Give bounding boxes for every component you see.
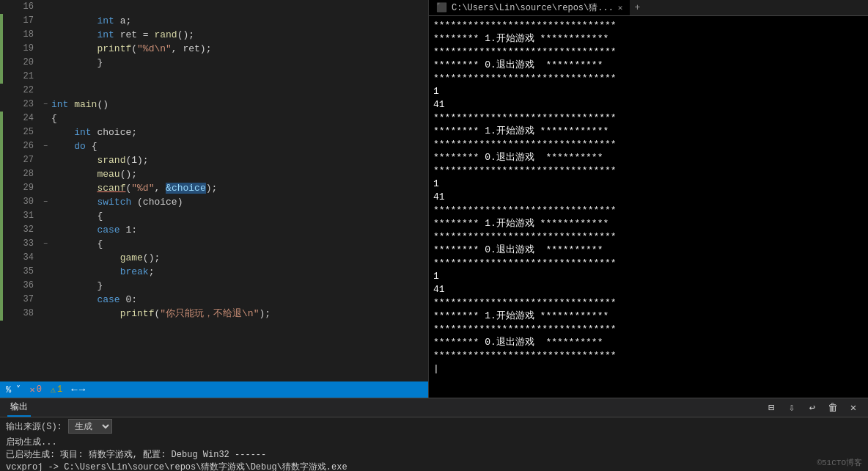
terminal-line: ******** 1.开始游戏 ************ [433, 217, 864, 230]
terminal-line: ******** 1.开始游戏 ************ [433, 310, 864, 323]
fold-cell [40, 153, 51, 167]
filter-icon[interactable]: ⊟ [764, 401, 779, 415]
code-line-38: printf("你只能玩，不给退\n"); [51, 307, 428, 321]
code-line-28: meau(); [51, 167, 428, 181]
code-line-25: int choice; [51, 125, 428, 139]
nav-back-arrow[interactable]: ← [71, 384, 77, 395]
warning-icon: ⚠ [51, 384, 56, 395]
terminal-line: ******** 0.退出游戏 ********** [433, 244, 864, 257]
terminal-tab-bar: ⬛ C:\Users\Lin\source\repos\猜... ✕ + [429, 0, 868, 16]
error-count: ✕ 0 [29, 384, 41, 395]
code-line-24: { [51, 112, 428, 125]
line-number: 38 [3, 307, 34, 321]
line-number: 24 [3, 112, 34, 125]
terminal-line: ******************************** [433, 257, 864, 270]
code-line-33: { [51, 237, 428, 251]
new-terminal-button[interactable]: + [634, 2, 640, 13]
code-line-20: } [51, 56, 428, 70]
fold-cell [40, 181, 51, 195]
terminal-line: 1 [433, 178, 864, 191]
line-number: 16 [3, 0, 34, 14]
terminal-line: ******************************** [433, 19, 864, 32]
output-panel-tab[interactable]: 输出 [7, 398, 31, 417]
fold-fold-button[interactable]: − [40, 98, 51, 112]
line-number: 18 [3, 28, 34, 42]
terminal-line: ******************************** [433, 323, 864, 336]
line-number: 21 [3, 70, 34, 84]
terminal-line: 41 [433, 191, 864, 204]
terminal-line: 41 [433, 283, 864, 296]
terminal-line: 41 [433, 98, 864, 112]
line-number: 22 [3, 84, 34, 98]
code-line-26: do { [51, 139, 428, 153]
terminal-line: ******************************** [433, 138, 864, 151]
line-number: 30 [3, 195, 34, 209]
terminal-line: ******** 1.开始游戏 ************ [433, 125, 864, 138]
code-line-36: } [51, 279, 428, 293]
terminal-pane: ⬛ C:\Users\Lin\source\repos\猜... ✕ + ***… [429, 0, 868, 398]
nav-forward-arrow[interactable]: → [79, 384, 85, 395]
terminal-line: 1 [433, 85, 864, 98]
warning-number: 1 [57, 384, 62, 395]
line-number: 23 [3, 98, 34, 112]
fold-cell [40, 223, 51, 237]
fold-cell [40, 42, 51, 56]
line-number: 29 [3, 181, 34, 195]
code-content[interactable]: int a; int ret = rand(); printf("%d\n", … [51, 0, 428, 381]
line-number: 25 [3, 125, 34, 139]
code-line-29: scanf("%d", &choice); [51, 181, 428, 195]
line-number: 36 [3, 279, 34, 293]
terminal-close-button[interactable]: ✕ [618, 3, 623, 12]
line-number: 26 [3, 139, 34, 153]
fold-indicators: − − − − [40, 0, 51, 381]
terminal-line: 1 [433, 270, 864, 283]
output-source-label: 输出来源(S): [6, 420, 62, 433]
main-area: 16 17 18 19 20 21 22 23 24 25 26 27 28 2… [0, 0, 868, 398]
code-line-35: break; [51, 265, 428, 279]
terminal-tab[interactable]: ⬛ C:\Users\Lin\source\repos\猜... ✕ [429, 0, 630, 15]
line-numbers: 16 17 18 19 20 21 22 23 24 25 26 27 28 2… [3, 0, 40, 381]
panel-controls: ⊟ ⇩ ↩ 🗑 ✕ [764, 401, 861, 415]
line-number: 28 [3, 167, 34, 181]
terminal-line: ******************************** [433, 230, 864, 244]
line-number: 20 [3, 56, 34, 70]
output-line: 已启动生成: 项目: 猜数字游戏, 配置: Debug Win32 ------ [6, 449, 862, 461]
line-number: 17 [3, 14, 34, 28]
fold-cell [40, 265, 51, 279]
terminal-line: ******************************** [433, 45, 864, 59]
fold-cell [40, 70, 51, 84]
close-panel-icon[interactable]: ✕ [846, 401, 861, 415]
fold-cell [40, 84, 51, 98]
terminal-line: ******** 1.开始游戏 ************ [433, 32, 864, 45]
fold-fold-button[interactable]: − [40, 237, 51, 251]
output-source-select[interactable]: 生成 [68, 419, 112, 434]
warning-count: ⚠ 1 [51, 384, 62, 395]
panel-header: 输出 ⊟ ⇩ ↩ 🗑 ✕ [0, 398, 868, 417]
word-wrap-icon[interactable]: ↩ [805, 401, 820, 415]
fold-cell [40, 112, 51, 125]
scroll-percent: % ˅ [6, 384, 21, 395]
fold-cell [40, 279, 51, 293]
code-line-17: int a; [51, 14, 428, 28]
terminal-content[interactable]: ******************************** *******… [429, 16, 868, 398]
fold-fold-button[interactable]: − [40, 195, 51, 209]
output-source-row: 输出来源(S): 生成 [0, 417, 868, 435]
fold-cell [40, 14, 51, 28]
terminal-line: ******************************** [433, 72, 864, 85]
output-line: vcxproj -> C:\Users\Lin\source\repos\猜数字… [6, 461, 862, 471]
line-number: 32 [3, 223, 34, 237]
terminal-line: ******** 0.退出游戏 ********** [433, 59, 864, 72]
line-number: 35 [3, 265, 34, 279]
line-number: 34 [3, 251, 34, 265]
fold-cell [40, 209, 51, 223]
fold-cell [40, 251, 51, 265]
clear-output-icon[interactable]: 🗑 [825, 401, 840, 415]
scroll-lock-icon[interactable]: ⇩ [784, 401, 799, 415]
fold-cell [40, 28, 51, 42]
code-line-30: switch (choice) [51, 195, 428, 209]
fold-fold-button[interactable]: − [40, 139, 51, 153]
terminal-line: ******************************** [433, 296, 864, 310]
line-number: 19 [3, 42, 34, 56]
code-line-23: int main() [51, 98, 428, 112]
line-number: 37 [3, 293, 34, 307]
